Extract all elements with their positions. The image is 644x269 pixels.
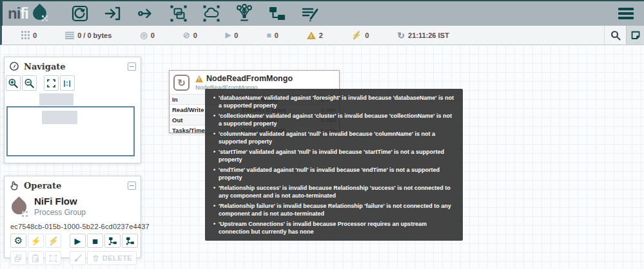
statusbar-right [604, 26, 644, 44]
play-icon: ▶ [75, 237, 81, 245]
disable-button[interactable]: ⚡ [45, 234, 61, 248]
validation-error: •'collectionName' validated against 'clu… [210, 113, 456, 127]
output-port-icon[interactable] [135, 3, 156, 24]
color-button[interactable] [70, 251, 86, 265]
process-group-drop-icon [10, 197, 28, 219]
disabled-stat: ⚡ 0 [351, 31, 369, 39]
nifi-logo: nifi [8, 5, 48, 23]
last-refreshed-time: 21:11:26 IST [408, 32, 449, 39]
refresh-icon[interactable]: ↻ [397, 31, 405, 40]
delete-label: DELETE [102, 254, 132, 262]
validation-error-text: 'Upstream Connections' is invalid becaus… [219, 221, 456, 236]
minimap-component [39, 93, 73, 106]
running-icon: ▶ [226, 32, 231, 39]
validation-error-text: 'Relationship success' is invalid becaus… [219, 185, 456, 199]
validation-error-text: 'columnName' validated against 'null' is… [219, 131, 456, 145]
validation-error: •'endTime' validated against 'null' is i… [210, 167, 456, 181]
operate-buttons-row-1: ⚙ ⚡ ⚡ ▶ ■ [5, 230, 141, 248]
stop-icon: ■ [92, 236, 98, 246]
paste-button[interactable] [28, 251, 44, 265]
validation-error-text: 'Relationship failure' is invalid becaus… [219, 203, 456, 218]
stop-button[interactable]: ■ [87, 234, 103, 248]
bullet-icon: • [210, 221, 219, 236]
transmitting-count: 0 [151, 32, 155, 39]
enable-button[interactable]: ⚡ [28, 234, 44, 248]
status-bar: 0 0 / 0 bytes ◎ 0 ⊘ 0 ▶ 0 ■ 0 2 ⚡ 0 ↻ 21… [0, 26, 644, 45]
validation-error-text: 'collectionName' validated against 'clus… [219, 113, 456, 127]
validation-error-text: 'endTime' validated against 'null' is in… [219, 167, 456, 181]
refresh-stat: ↻ 21:11:26 IST [397, 31, 449, 40]
template-icon[interactable] [267, 3, 288, 24]
validation-error: •'startTime' validated against 'null' is… [210, 149, 456, 163]
stopped-stat: ■ 0 [266, 32, 278, 39]
navigate-panel: Navigate |:| [4, 57, 141, 163]
flow-type: Process Group [34, 208, 86, 217]
bolt-icon: ⚡ [30, 236, 41, 246]
gear-icon: ⚙ [14, 235, 23, 246]
configure-button[interactable]: ⚙ [10, 234, 26, 248]
processor-icon[interactable] [70, 3, 90, 24]
queued-icon [65, 32, 74, 39]
queued-stat: 0 / 0 bytes [65, 32, 112, 39]
not-transmitting-count: 0 [193, 32, 197, 39]
invalid-count: 2 [319, 32, 323, 39]
bullet-icon: • [210, 113, 219, 127]
running-count: 0 [234, 32, 238, 39]
bullet-icon: • [210, 167, 219, 181]
bullet-icon: • [210, 185, 219, 199]
invalid-warning-icon[interactable] [195, 75, 203, 82]
flow-canvas[interactable]: Navigate |:| [0, 45, 644, 269]
stopped-icon: ■ [266, 32, 271, 39]
disabled-bolt-icon: ⚡ [351, 31, 362, 39]
hand-pointer-icon [9, 180, 19, 190]
search-icon[interactable] [604, 26, 626, 44]
process-group-icon[interactable] [168, 3, 189, 24]
create-template-button[interactable] [104, 234, 121, 248]
flow-name: NiFi Flow [34, 196, 86, 207]
upload-template-button[interactable] [122, 234, 138, 248]
birdseye-toggle-icon[interactable] [626, 26, 644, 44]
stopped-count: 0 [275, 32, 278, 39]
validation-error: •'Upstream Connections' is invalid becau… [210, 221, 456, 236]
transmitting-stat: ◎ 0 [140, 31, 154, 39]
app-toolbar: nifi [0, 0, 644, 26]
bullet-icon: • [210, 95, 219, 109]
warning-icon [307, 32, 316, 39]
invalid-stat: 2 [307, 32, 323, 39]
label-icon[interactable] [300, 3, 320, 24]
logo-text-ni: ni [8, 5, 20, 23]
bullet-icon: • [210, 203, 219, 218]
nifi-drop-icon [31, 5, 48, 23]
queued-count: 0 / 0 bytes [77, 32, 112, 39]
group-button[interactable] [45, 251, 61, 265]
validation-error-text: 'startTime' validated against 'null' is … [219, 149, 456, 163]
start-button[interactable]: ▶ [70, 234, 86, 248]
validation-error-text: 'databaseName' validated against 'foresi… [219, 95, 456, 109]
processor-type-icon: ↻ [173, 75, 190, 91]
bullet-icon: • [210, 149, 219, 163]
active-threads-stat: 0 [21, 31, 37, 39]
minimap-component [42, 111, 77, 124]
logo-text-fi: fi [20, 5, 28, 23]
validation-errors-tooltip: •'databaseName' validated against 'fores… [205, 89, 463, 241]
funnel-icon[interactable] [234, 3, 255, 24]
global-menu-icon[interactable] [618, 8, 634, 19]
input-port-icon[interactable] [102, 3, 123, 24]
operate-buttons-row-2: DELETE [5, 248, 141, 265]
copy-button[interactable] [10, 251, 26, 265]
transmitting-icon: ◎ [140, 31, 147, 39]
processor-name: NodeReadFromMongo [206, 74, 293, 83]
operate-title: Operate [24, 181, 61, 190]
active-threads-icon [21, 31, 30, 39]
operate-collapse-button[interactable] [128, 181, 136, 190]
minimap-viewport[interactable] [6, 106, 135, 156]
disabled-count: 0 [365, 32, 369, 39]
delete-button[interactable]: DELETE [87, 251, 137, 265]
running-stat: ▶ 0 [226, 32, 239, 39]
birdseye-minimap[interactable] [5, 57, 141, 163]
bolt-slash-icon: ⚡ [48, 236, 58, 246]
not-transmitting-stat: ⊘ 0 [183, 31, 197, 39]
validation-error: •'columnName' validated against 'null' i… [210, 131, 456, 145]
remote-process-group-icon[interactable] [201, 3, 222, 24]
active-threads-count: 0 [33, 32, 37, 39]
